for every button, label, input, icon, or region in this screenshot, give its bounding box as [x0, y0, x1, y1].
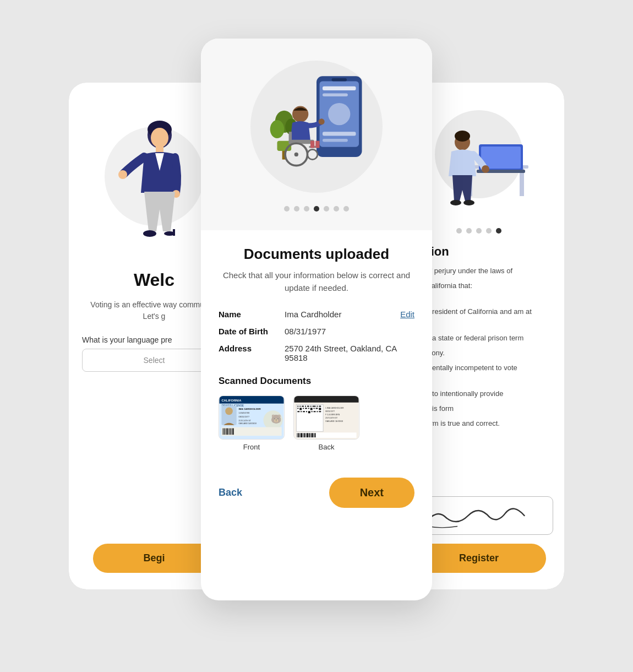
svg-rect-8	[173, 229, 175, 236]
svg-rect-111	[312, 433, 313, 437]
svg-rect-81	[308, 408, 309, 409]
pagination-dot-2	[466, 228, 472, 234]
center-illustration-area	[201, 39, 432, 230]
pagination-dot-6	[334, 206, 339, 212]
svg-rect-72	[307, 406, 309, 407]
svg-rect-85	[319, 408, 321, 410]
svg-point-4	[118, 170, 127, 179]
pagination-dot-1	[284, 206, 290, 212]
right-pagination	[456, 228, 501, 234]
svg-rect-92	[314, 411, 316, 412]
svg-text:2570 24TH ST: 2570 24TH ST	[325, 417, 337, 419]
doc-front-label: Front	[243, 443, 260, 451]
edit-link[interactable]: Edit	[400, 310, 414, 319]
pagination-dot-7	[343, 206, 349, 212]
svg-rect-113	[315, 433, 316, 437]
svg-text:IMA CARDHOLDER: IMA CARDHOLDER	[239, 408, 261, 410]
svg-rect-101	[297, 433, 297, 437]
doc-back-thumbnail: 1 IMA CARDHOLDER 08/31/1977 F 5-04 BRN B…	[293, 395, 359, 440]
right-illustration	[418, 105, 539, 215]
svg-rect-110	[310, 433, 311, 437]
svg-rect-107	[305, 433, 306, 437]
page-subtitle: Check that all your information below is…	[219, 269, 414, 294]
svg-rect-105	[303, 433, 303, 437]
license-front-svg: CALIFORNIA DRIVER LICENSE IMA CARDHOLDER	[219, 396, 284, 439]
svg-rect-87	[301, 411, 302, 412]
svg-point-6	[143, 230, 156, 237]
address-row: Address 2570 24th Street, Oakland, CA 95…	[219, 344, 414, 362]
svg-text:F 5-04 BRN BRN: F 5-04 BRN BRN	[325, 414, 340, 416]
svg-rect-103	[299, 433, 300, 437]
address-value: 2570 24th Street, Oakland, CA 95818	[285, 344, 414, 362]
name-value: Ima Cardholder	[285, 310, 400, 319]
svg-rect-26	[323, 139, 348, 142]
svg-text:2570 24TH ST: 2570 24TH ST	[239, 420, 251, 422]
center-card: Documents uploaded Check that all your i…	[201, 39, 432, 600]
dob-row: Date of Birth 08/31/1977	[219, 327, 414, 336]
svg-point-39	[308, 149, 318, 159]
svg-point-38	[294, 153, 298, 156]
svg-rect-86	[297, 411, 299, 412]
svg-rect-106	[304, 433, 305, 437]
svg-rect-36	[289, 132, 292, 144]
name-row: Name Ima Cardholder Edit	[219, 310, 414, 319]
svg-rect-78	[299, 408, 302, 410]
svg-text:123456789: 123456789	[239, 411, 249, 414]
pagination-dots	[284, 206, 349, 212]
svg-rect-62	[230, 429, 231, 435]
begin-button[interactable]: Begi	[93, 544, 216, 573]
svg-rect-59	[225, 429, 226, 435]
name-label: Name	[219, 310, 285, 319]
svg-rect-76	[319, 406, 321, 407]
svg-rect-23	[323, 94, 348, 97]
svg-rect-88	[303, 411, 305, 412]
doc-back-label: Back	[319, 443, 335, 451]
svg-rect-68	[297, 406, 298, 407]
svg-rect-91	[312, 411, 313, 412]
pagination-dot-3	[304, 206, 309, 212]
svg-rect-94	[319, 411, 321, 412]
svg-point-49	[225, 407, 233, 415]
svg-rect-22	[323, 86, 356, 90]
svg-rect-75	[316, 406, 318, 407]
dob-label: Date of Birth	[219, 327, 285, 336]
svg-rect-77	[297, 408, 298, 409]
svg-rect-13	[481, 147, 521, 169]
svg-point-16	[455, 131, 470, 142]
svg-text:1 IMA CARDHOLDER: 1 IMA CARDHOLDER	[325, 407, 344, 409]
center-bottom-actions: Back Next	[201, 469, 432, 523]
svg-rect-74	[313, 406, 316, 407]
docs-row: CALIFORNIA DRIVER LICENSE IMA CARDHOLDER	[219, 395, 414, 451]
svg-rect-71	[305, 406, 306, 407]
svg-rect-25	[323, 132, 356, 136]
svg-point-34	[319, 118, 325, 124]
svg-rect-79	[303, 408, 304, 409]
cards-container: Welc Voting is an effective way communit…	[69, 39, 564, 633]
svg-text:OAKLAND CA 95818: OAKLAND CA 95818	[239, 422, 257, 425]
pagination-dot-1	[456, 228, 462, 234]
svg-rect-66	[294, 396, 359, 403]
svg-rect-58	[223, 429, 225, 435]
svg-rect-82	[310, 408, 313, 410]
svg-rect-84	[316, 408, 318, 409]
next-button[interactable]: Next	[329, 478, 414, 508]
address-label: Address	[219, 344, 285, 353]
center-circle-bg	[250, 61, 383, 193]
scanned-docs-label: Scanned Documents	[219, 376, 414, 387]
left-illustration	[94, 105, 215, 259]
svg-rect-90	[308, 411, 310, 413]
svg-rect-3	[156, 146, 163, 153]
svg-point-24	[328, 103, 350, 125]
svg-rect-112	[314, 433, 314, 437]
svg-rect-57	[222, 429, 223, 435]
svg-point-2	[151, 128, 168, 148]
svg-rect-109	[309, 433, 310, 437]
pagination-dot-4	[314, 206, 319, 212]
svg-rect-80	[305, 408, 307, 409]
doc-front: CALIFORNIA DRIVER LICENSE IMA CARDHOLDER	[219, 395, 285, 451]
back-button[interactable]: Back	[219, 487, 242, 498]
svg-point-17	[482, 165, 489, 173]
svg-rect-41	[310, 141, 314, 148]
svg-rect-63	[231, 429, 232, 435]
doc-back: 1 IMA CARDHOLDER 08/31/1977 F 5-04 BRN B…	[293, 395, 359, 451]
